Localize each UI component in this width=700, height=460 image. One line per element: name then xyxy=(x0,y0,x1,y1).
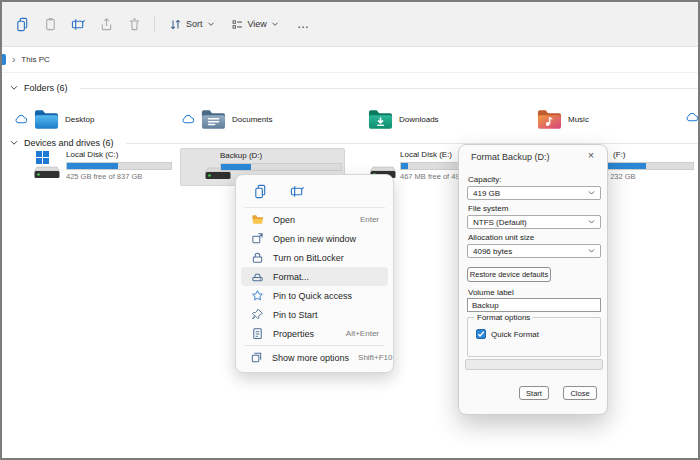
menu-item-shortcut: Alt+Enter xyxy=(346,329,379,338)
chevron-down-icon xyxy=(588,248,595,254)
properties-icon xyxy=(250,327,264,340)
folder-open-icon xyxy=(250,213,264,226)
quick-format-label: Quick Format xyxy=(491,330,539,339)
toolbar: Sort View … xyxy=(2,2,698,47)
context-menu-quick-actions xyxy=(241,180,388,205)
breadcrumb[interactable]: › This PC xyxy=(2,47,698,73)
folders-section-title: Folders (6) xyxy=(24,83,68,93)
menu-item-shortcut: Shift+F10 xyxy=(358,353,392,362)
trash-icon xyxy=(127,17,142,32)
chevron-down-icon xyxy=(588,219,595,225)
menu-item-open[interactable]: Open Enter xyxy=(241,210,388,229)
folder-name: Documents xyxy=(232,115,272,124)
start-button[interactable]: Start xyxy=(519,386,549,400)
view-dropdown[interactable]: View xyxy=(223,10,287,38)
breadcrumb-location: This PC xyxy=(21,55,49,64)
format-drive-icon xyxy=(250,270,264,283)
volume-label-input[interactable] xyxy=(467,298,601,312)
format-progress-bar xyxy=(465,359,603,370)
close-button[interactable]: Close xyxy=(563,386,597,400)
capacity-bar-fill xyxy=(607,163,646,169)
paste-button[interactable] xyxy=(36,10,64,38)
star-icon xyxy=(250,289,264,302)
close-icon[interactable]: × xyxy=(584,149,598,161)
menu-separator xyxy=(244,207,385,208)
sort-dropdown[interactable]: Sort xyxy=(161,10,223,38)
folder-name: Downloads xyxy=(399,115,439,124)
folder-tile-music[interactable]: Music xyxy=(537,102,589,136)
show-more-icon xyxy=(250,351,263,364)
file-system-label: File system xyxy=(468,204,508,213)
copy-icon[interactable] xyxy=(253,184,268,199)
drive-name: (F:) xyxy=(606,150,694,161)
drive-name: Backup (D:) xyxy=(220,151,342,162)
desktop-folder-icon xyxy=(34,109,59,130)
share-button[interactable] xyxy=(92,10,120,38)
allocation-select[interactable]: 4096 bytes xyxy=(467,244,601,258)
folders-section-header[interactable]: Folders (6) xyxy=(10,81,698,95)
chevron-down-icon xyxy=(588,190,595,196)
downloads-folder-icon xyxy=(368,109,393,130)
drive-icon-windows xyxy=(30,148,62,180)
chevron-down-icon xyxy=(271,20,279,28)
copy-button[interactable] xyxy=(8,10,36,38)
capacity-bar xyxy=(220,163,342,171)
menu-item-open-new-window[interactable]: Open in new window xyxy=(241,229,388,248)
folder-tile-downloads[interactable]: Downloads xyxy=(368,102,439,136)
menu-item-pin-quick-access[interactable]: Pin to Quick access xyxy=(241,286,388,305)
menu-item-label: Pin to Quick access xyxy=(273,291,352,301)
copy-icon xyxy=(15,17,30,32)
file-system-value: NTFS (Default) xyxy=(473,218,527,227)
menu-item-format[interactable]: Format... xyxy=(241,267,388,286)
folder-tile-documents[interactable]: Documents xyxy=(181,102,272,136)
chevron-down-icon xyxy=(207,20,215,28)
section-chevron-icon xyxy=(10,140,18,146)
folder-tile-desktop[interactable]: Desktop xyxy=(14,102,94,136)
allocation-label: Allocation unit size xyxy=(468,233,534,242)
capacity-label: Capacity: xyxy=(468,175,501,184)
menu-item-properties[interactable]: Properties Alt+Enter xyxy=(241,324,388,343)
drive-name: Local Disk (C:) xyxy=(66,150,172,161)
file-explorer-window: Sort View … › This PC Folders (6) xyxy=(0,0,700,460)
menu-item-label: Open xyxy=(273,215,295,225)
onedrive-cloud-icon xyxy=(685,112,699,122)
pushpin-icon xyxy=(250,308,264,321)
capacity-value: 419 GB xyxy=(473,189,500,198)
folder-name: Music xyxy=(568,115,589,124)
menu-separator xyxy=(244,345,385,346)
delete-button[interactable] xyxy=(120,10,148,38)
music-folder-icon xyxy=(537,109,562,130)
quick-format-checkbox[interactable] xyxy=(476,329,486,339)
drive-tile-c[interactable]: Local Disk (C:) 425 GB free of 837 GB xyxy=(14,148,176,186)
share-icon xyxy=(99,17,114,32)
section-rule xyxy=(126,143,698,144)
format-dialog: Format Backup (D:) × Capacity: 419 GB Fi… xyxy=(458,144,608,415)
view-icon xyxy=(231,18,244,31)
breadcrumb-chevron-icon: › xyxy=(12,54,15,65)
menu-item-label: Format... xyxy=(273,272,309,282)
rename-icon[interactable] xyxy=(290,184,305,199)
menu-item-shortcut: Enter xyxy=(360,215,379,224)
menu-item-label: Turn on BitLocker xyxy=(273,253,344,263)
view-label: View xyxy=(248,19,267,29)
paste-icon xyxy=(43,17,58,32)
format-options-group: Format options Quick Format xyxy=(467,317,601,357)
sort-icon xyxy=(169,18,182,31)
format-options-title: Format options xyxy=(474,313,533,322)
menu-item-show-more-options[interactable]: Show more options Shift+F10 xyxy=(241,348,388,367)
volume-label-label: Volume label xyxy=(468,288,514,297)
capacity-select[interactable]: 419 GB xyxy=(467,186,601,200)
menu-item-pin-to-start[interactable]: Pin to Start xyxy=(241,305,388,324)
context-menu: Open Enter Open in new window Turn on Bi… xyxy=(235,174,394,373)
capacity-bar xyxy=(606,162,694,170)
restore-defaults-button[interactable]: Restore device defaults xyxy=(467,267,551,282)
capacity-bar-fill xyxy=(67,163,118,169)
menu-item-label: Open in new window xyxy=(273,234,356,244)
more-options-button[interactable]: … xyxy=(287,17,320,31)
menu-item-label: Properties xyxy=(273,329,314,339)
drive-free-space: f 232 GB xyxy=(606,172,694,181)
file-system-select[interactable]: NTFS (Default) xyxy=(467,215,601,229)
new-window-icon xyxy=(250,232,264,245)
menu-item-turn-on-bitlocker[interactable]: Turn on BitLocker xyxy=(241,248,388,267)
rename-button[interactable] xyxy=(64,10,92,38)
